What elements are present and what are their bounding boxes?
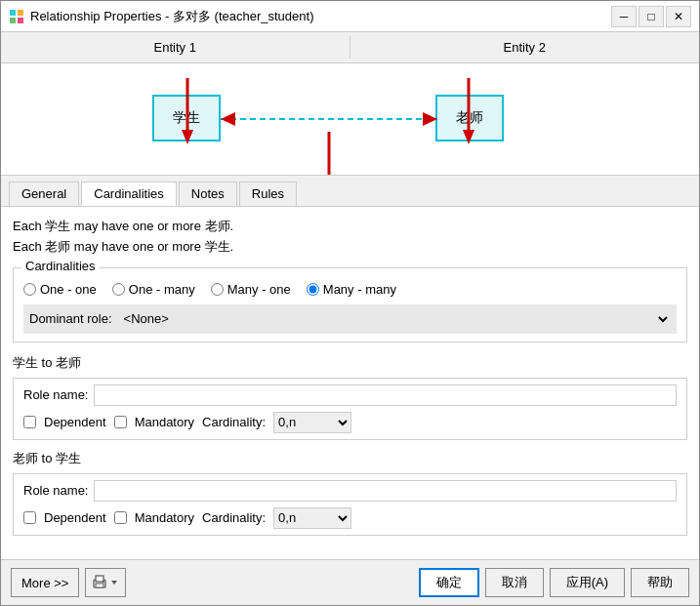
more-button[interactable]: More >> xyxy=(11,568,79,597)
svg-rect-0 xyxy=(10,10,16,16)
entity1-header: Entity 1 xyxy=(1,36,350,59)
radio-one-one-input[interactable] xyxy=(23,283,36,296)
title-bar-controls: ─ □ ✕ xyxy=(611,6,691,27)
maximize-button[interactable]: □ xyxy=(638,6,664,27)
radio-many-many-input[interactable] xyxy=(307,283,319,296)
bottom-bar: More >> 确定 取消 应用(A) 帮助 xyxy=(1,559,699,605)
minimize-button[interactable]: ─ xyxy=(611,6,637,27)
title-bar: Relationship Properties - 多对多 (teacher_s… xyxy=(1,1,699,32)
ok-button[interactable]: 确定 xyxy=(419,568,479,597)
svg-point-16 xyxy=(103,581,104,583)
entity-student-box: 学生 xyxy=(152,95,221,141)
title-bar-left: Relationship Properties - 多对多 (teacher_s… xyxy=(9,8,313,25)
description-line2: Each 老师 may have one or more 学生. xyxy=(13,237,687,258)
relation2-role-name-row: Role name: xyxy=(23,480,677,502)
tab-cardinalities[interactable]: Cardinalities xyxy=(81,182,177,206)
dominant-role-label: Dominant role: xyxy=(29,311,112,326)
relation1-mandatory-checkbox[interactable] xyxy=(114,416,127,428)
relation2-group: Role name: Dependent Mandatory Cardinali… xyxy=(13,473,687,536)
window-title: Relationship Properties - 多对多 (teacher_s… xyxy=(30,8,313,25)
entity-header: Entity 1 Entity 2 xyxy=(1,32,699,63)
tab-general[interactable]: General xyxy=(9,182,79,206)
print-icon xyxy=(92,575,107,590)
relation2-role-name-input[interactable] xyxy=(94,480,677,502)
relation2-role-name-label: Role name: xyxy=(23,483,88,498)
radio-many-many[interactable]: Many - many xyxy=(307,282,396,297)
description-line1: Each 学生 may have one or more 老师. xyxy=(13,217,687,237)
relation1-role-name-input[interactable] xyxy=(94,384,677,406)
relation1-mandatory-label: Mandatory xyxy=(135,415,194,429)
svg-rect-1 xyxy=(18,10,23,16)
diagram-svg xyxy=(1,63,699,175)
content-area: Each 学生 may have one or more 老师. Each 老师… xyxy=(1,207,699,559)
cancel-button[interactable]: 取消 xyxy=(485,568,544,597)
svg-marker-17 xyxy=(111,581,117,585)
main-window: Relationship Properties - 多对多 (teacher_s… xyxy=(0,0,700,606)
apply-button[interactable]: 应用(A) xyxy=(550,568,625,597)
entity1-label: 学生 xyxy=(173,109,200,127)
entity-teacher-box: 老师 xyxy=(435,95,504,141)
cardinalities-group-label: Cardinalities xyxy=(21,259,100,273)
relation1-role-name-row: Role name: xyxy=(23,384,677,406)
svg-rect-3 xyxy=(18,18,23,23)
relation1-group: Role name: Dependent Mandatory Cardinali… xyxy=(13,378,687,440)
relation2-mandatory-label: Mandatory xyxy=(135,510,194,525)
relation1-dependent-label: Dependent xyxy=(44,415,106,429)
relation1-dep-row: Dependent Mandatory Cardinality: 0,n xyxy=(23,412,677,433)
tab-rules[interactable]: Rules xyxy=(239,182,297,206)
entity2-label: 老师 xyxy=(456,109,483,127)
diagram-area: 学生 老师 xyxy=(1,63,699,176)
svg-rect-15 xyxy=(96,584,103,587)
help-button[interactable]: 帮助 xyxy=(631,568,689,597)
close-button[interactable]: ✕ xyxy=(666,6,691,27)
dominant-role-select[interactable]: <None> xyxy=(120,308,671,330)
svg-rect-14 xyxy=(96,576,103,582)
radio-many-one-input[interactable] xyxy=(211,283,224,296)
dropdown-arrow-icon xyxy=(109,578,119,587)
tab-notes[interactable]: Notes xyxy=(179,182,237,206)
relation2-cardinality-label: Cardinality: xyxy=(202,510,266,525)
radio-one-many-input[interactable] xyxy=(112,283,125,296)
svg-marker-5 xyxy=(221,112,235,126)
relation1-role-name-label: Role name: xyxy=(23,387,88,402)
relation2-section: 老师 to 学生 Role name: Dependent Mandatory … xyxy=(13,450,687,536)
window-icon xyxy=(9,9,24,24)
tabs-area: General Cardinalities Notes Rules xyxy=(1,176,699,207)
print-button[interactable] xyxy=(85,568,126,597)
relation2-mandatory-checkbox[interactable] xyxy=(114,511,127,524)
description-text: Each 学生 may have one or more 老师. Each 老师… xyxy=(13,217,687,258)
cardinalities-group: Cardinalities One - one One - many Many … xyxy=(13,267,687,343)
relation1-title: 学生 to 老师 xyxy=(13,354,687,372)
relation2-cardinality-select[interactable]: 0,n xyxy=(273,507,351,529)
relation2-dep-row: Dependent Mandatory Cardinality: 0,n xyxy=(23,507,677,529)
dominant-role-row: Dominant role: <None> xyxy=(23,304,677,334)
relation1-cardinality-label: Cardinality: xyxy=(202,415,266,429)
radio-one-one[interactable]: One - one xyxy=(23,282,97,297)
entity2-header: Entity 2 xyxy=(350,36,700,59)
svg-rect-2 xyxy=(10,18,16,23)
relation2-dependent-checkbox[interactable] xyxy=(23,511,36,524)
cardinalities-row: One - one One - many Many - one Many - m… xyxy=(23,282,677,297)
relation1-cardinality-select[interactable]: 0,n xyxy=(273,412,351,433)
relation1-section: 学生 to 老师 Role name: Dependent Mandatory … xyxy=(13,354,687,440)
relation2-dependent-label: Dependent xyxy=(44,510,106,525)
radio-one-many[interactable]: One - many xyxy=(112,282,195,297)
relation1-dependent-checkbox[interactable] xyxy=(23,416,36,428)
relation2-title: 老师 to 学生 xyxy=(13,450,687,467)
radio-many-one[interactable]: Many - one xyxy=(211,282,291,297)
